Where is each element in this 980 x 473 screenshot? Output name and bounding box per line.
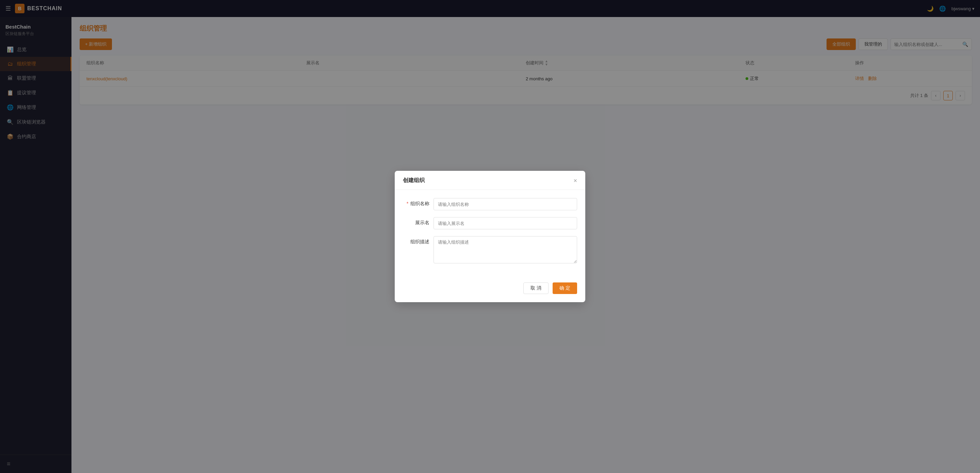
create-org-modal: 创建组织 × * 组织名称 展示名 [395,171,585,302]
modal-close-button[interactable]: × [573,178,577,184]
input-org-name[interactable] [434,198,577,210]
form-row-description: 组织描述 [403,236,577,265]
modal-title: 创建组织 [403,177,425,184]
label-display-name: 展示名 [403,217,434,226]
input-display-name[interactable] [434,217,577,229]
form-row-org-name: * 组织名称 [403,198,577,210]
label-org-name: * 组织名称 [403,198,434,207]
label-description: 组织描述 [403,236,434,245]
control-org-name [434,198,577,210]
modal-overlay[interactable]: 创建组织 × * 组织名称 展示名 [0,0,980,473]
cancel-button[interactable]: 取 消 [523,282,549,294]
form-row-display-name: 展示名 [403,217,577,229]
input-description[interactable] [434,236,577,263]
control-display-name [434,217,577,229]
modal-body: * 组织名称 展示名 组织描述 [395,190,585,277]
control-description [434,236,577,265]
modal-header: 创建组织 × [395,171,585,190]
required-mark: * [407,201,408,206]
modal-footer: 取 消 确 定 [395,277,585,302]
confirm-button[interactable]: 确 定 [553,282,577,294]
